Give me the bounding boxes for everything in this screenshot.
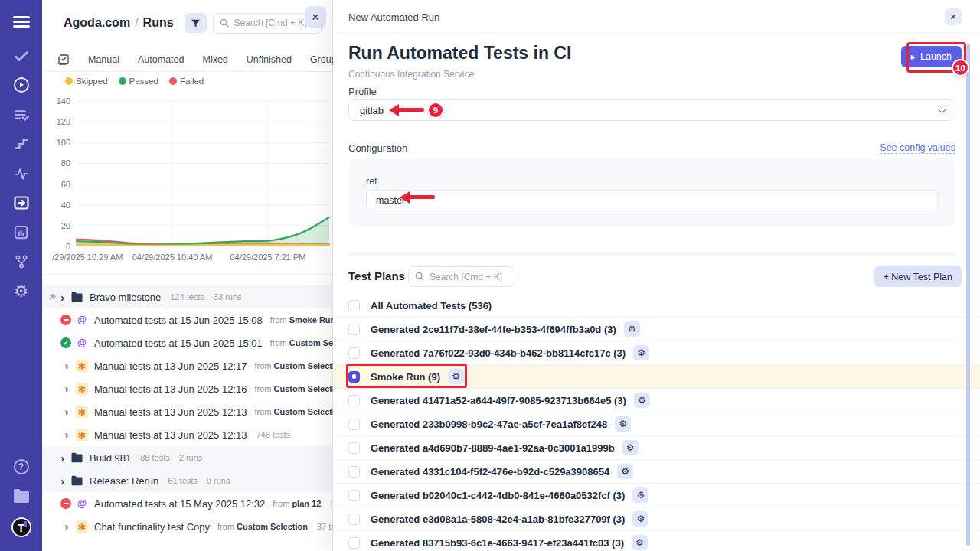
- chevron-right-icon[interactable]: ›: [60, 291, 64, 304]
- run-row[interactable]: Automated tests at 15 Jun 2025 15:08 fro…: [42, 308, 333, 331]
- run-row[interactable]: Automated tests at 15 Jun 2025 15:01 fro…: [42, 331, 333, 354]
- profile-value: gitlab: [360, 105, 384, 116]
- gear-icon[interactable]: ⚙: [615, 416, 631, 432]
- runs-tab[interactable]: Mixed: [202, 54, 227, 65]
- run-title: Manual tests at 13 Jun 2025 12:17: [94, 360, 247, 372]
- gear-icon[interactable]: ⚙: [633, 345, 649, 360]
- run-row[interactable]: Automated tests at 15 May 2025 12:32 fro…: [42, 492, 333, 515]
- projects-folder-icon[interactable]: [0, 488, 42, 504]
- test-plan-checkbox[interactable]: [348, 347, 360, 359]
- drawer-close-button[interactable]: ✕: [945, 8, 962, 25]
- test-plan-checkbox[interactable]: [348, 419, 360, 430]
- test-plan-row[interactable]: Generated 7a76f022-93d0-434b-b462-bb8114…: [333, 341, 980, 365]
- test-plan-checkbox[interactable]: [348, 466, 360, 478]
- svg-text:04/29/2025 10:40 AM: 04/29/2025 10:40 AM: [132, 253, 213, 262]
- test-plan-row[interactable]: Generated 2ce11f7d-38ef-44fe-b353-4f694f…: [333, 318, 980, 341]
- test-plan-checkbox[interactable]: [348, 300, 360, 311]
- gear-icon[interactable]: ⚙: [632, 487, 648, 503]
- pulse-icon[interactable]: [0, 165, 42, 182]
- breadcrumb-page: Runs: [143, 16, 174, 29]
- chevron-right-icon[interactable]: ›: [60, 452, 64, 465]
- help-icon[interactable]: ?: [0, 459, 42, 474]
- gear-icon[interactable]: ⚙: [624, 321, 640, 337]
- test-plan-label: Generated 41471a52-a644-49f7-9085-923713…: [371, 395, 626, 406]
- svg-text:/29/2025 10:29 AM: /29/2025 10:29 AM: [52, 253, 122, 262]
- select-runs-icon[interactable]: [57, 54, 70, 66]
- app-sidebar: ⚙ ? T: [0, 0, 42, 551]
- test-plan-checkbox[interactable]: [348, 324, 360, 335]
- legend-label: Passed: [129, 77, 158, 86]
- settings-gear-icon[interactable]: ⚙: [0, 282, 42, 302]
- run-title: Release: Rerun: [90, 475, 158, 487]
- runs-tab[interactable]: Manual: [88, 54, 119, 65]
- new-test-plan-button[interactable]: + New Test Plan: [874, 266, 962, 287]
- panel-close-button[interactable]: ✕: [305, 6, 326, 28]
- run-source: from Custom Selection: [270, 338, 333, 347]
- test-plan-checkbox[interactable]: [348, 442, 360, 454]
- profile-label: Profile: [348, 86, 377, 97]
- test-plan-row[interactable]: Generated b02040c1-c442-4db0-841e-4660a0…: [333, 484, 980, 507]
- user-avatar[interactable]: T: [0, 517, 42, 537]
- profile-select[interactable]: gitlab: [348, 99, 956, 121]
- test-plan-checkbox[interactable]: [348, 395, 360, 406]
- play-circle-icon[interactable]: [0, 76, 42, 94]
- test-plan-row[interactable]: All Automated Tests (536): [333, 294, 980, 318]
- steps-icon[interactable]: [0, 135, 42, 152]
- run-row[interactable]: › Build 981 88 tests 2 runs: [42, 446, 333, 469]
- drawer-scrollbar[interactable]: [966, 44, 970, 546]
- test-plan-row[interactable]: Generated a4d690b7-8889-4ae1-92aa-0c3001…: [333, 436, 980, 460]
- run-kind-icon: [76, 429, 88, 441]
- run-row[interactable]: Manual tests at 13 Jun 2025 12:13 748 te…: [42, 423, 333, 446]
- test-plan-row[interactable]: Generated 83715b93-6c1e-4663-9417-ef23a4…: [333, 531, 980, 551]
- filter-button[interactable]: [185, 13, 207, 33]
- check-icon[interactable]: [0, 47, 42, 64]
- configuration-panel: ref: [348, 159, 956, 227]
- test-plan-checkbox[interactable]: [348, 537, 360, 549]
- launch-button[interactable]: ▶ Launch: [901, 46, 962, 67]
- test-plan-row[interactable]: Generated 41471a52-a644-49f7-9085-923713…: [333, 389, 980, 412]
- test-plan-row[interactable]: Generated 233b0998-b9c2-47ae-a5cf-7ea1af…: [333, 412, 980, 436]
- run-row[interactable]: › Release: Rerun 61 tests 9 runs: [42, 469, 333, 492]
- runs-panel: Agoda.com/Runs ✕ ManualAutomatedMixedUnf…: [42, 0, 333, 551]
- run-row[interactable]: Manual tests at 13 Jun 2025 12:13 from C…: [42, 400, 333, 423]
- runs-tab[interactable]: Unfinished: [247, 54, 292, 65]
- test-plan-row[interactable]: Smoke Run (9) ⚙: [333, 365, 980, 389]
- run-title: Chat functinality test Copy: [94, 521, 210, 533]
- legend-dot: [169, 77, 177, 85]
- svg-text:140: 140: [57, 96, 70, 106]
- run-row[interactable]: › Bravo milestone 124 tests 33 runs: [42, 285, 333, 308]
- run-heading: Run Automated Tests in CI: [348, 43, 571, 64]
- run-row[interactable]: Manual tests at 13 Jun 2025 12:16 from C…: [42, 377, 333, 400]
- analytics-icon[interactable]: [0, 223, 42, 241]
- run-row[interactable]: Chat functinality test Copy from Custom …: [42, 515, 333, 538]
- menu-icon[interactable]: [0, 14, 42, 30]
- chevron-right-icon[interactable]: ›: [60, 474, 64, 487]
- breadcrumb: Agoda.com/Runs: [64, 16, 174, 30]
- test-plan-row[interactable]: Generated e3d08a1a-5808-42e4-a1ab-81bfe3…: [333, 507, 980, 531]
- import-icon[interactable]: [0, 194, 42, 212]
- ref-input[interactable]: [366, 190, 938, 210]
- drawer-title: New Automated Run: [348, 11, 439, 23]
- gear-icon[interactable]: ⚙: [634, 393, 650, 408]
- test-plans-search: [408, 266, 515, 287]
- see-config-values-link[interactable]: See config values: [880, 142, 956, 154]
- branch-icon[interactable]: [0, 253, 42, 270]
- test-plans-list: All Automated Tests (536) Generated 2ce1…: [333, 294, 980, 551]
- gear-icon[interactable]: ⚙: [617, 464, 633, 479]
- gear-icon[interactable]: ⚙: [622, 440, 639, 455]
- gear-icon[interactable]: ⚙: [448, 369, 464, 384]
- gear-icon[interactable]: ⚙: [632, 535, 648, 550]
- run-tests-count: 88 tests: [140, 453, 170, 462]
- test-plan-row[interactable]: Generated 4331c104-f5f2-476e-b92d-c529a3…: [333, 460, 980, 484]
- run-kind-icon: [76, 337, 88, 349]
- test-plan-checkbox[interactable]: [348, 371, 360, 383]
- run-row[interactable]: Manual tests at 13 Jun 2025 12:17 from C…: [42, 354, 333, 377]
- runs-list-icon[interactable]: [0, 106, 42, 123]
- runs-tab[interactable]: Automated: [138, 54, 184, 65]
- breadcrumb-project[interactable]: Agoda.com: [64, 16, 130, 29]
- test-plan-checkbox[interactable]: [348, 490, 360, 501]
- run-title: Bravo milestone: [90, 292, 161, 303]
- test-plan-checkbox[interactable]: [348, 514, 360, 525]
- test-plan-label: Generated 233b0998-b9c2-47ae-a5cf-7ea1af…: [371, 419, 607, 430]
- gear-icon[interactable]: ⚙: [632, 511, 648, 527]
